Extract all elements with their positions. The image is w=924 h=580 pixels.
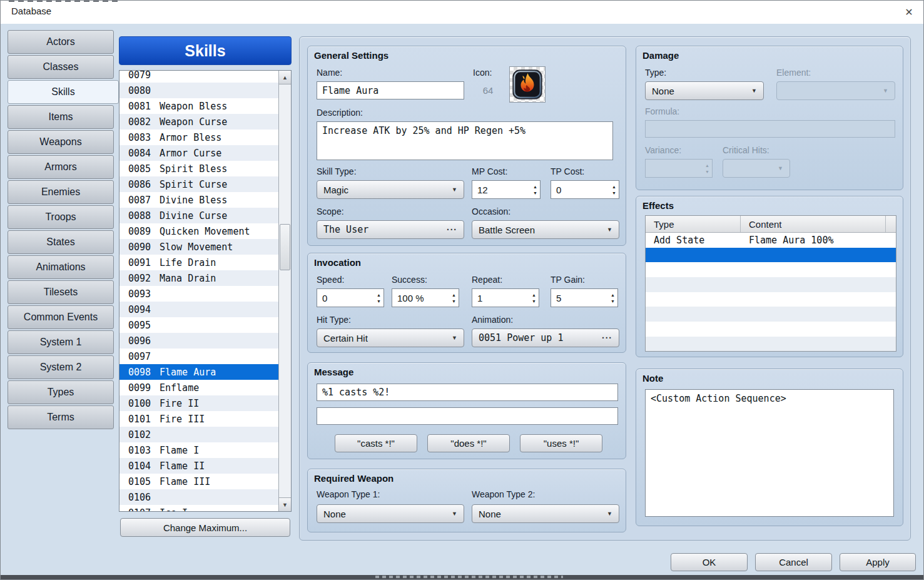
skill-list-item[interactable]: 0097 xyxy=(119,349,280,364)
skill-list-item[interactable]: 0092Mana Drain xyxy=(119,270,280,286)
skill-list-item[interactable]: 0087Divine Bless xyxy=(119,192,280,208)
skill-list-item[interactable]: 0089Quicken Movement xyxy=(119,223,280,239)
weapon-type-2-dropdown[interactable]: None ▼ xyxy=(472,504,619,523)
skill-editor-frame: General Settings Name: Flame Aura Icon: … xyxy=(299,36,911,541)
speed-spinner[interactable]: 0 ▲▼ xyxy=(317,288,384,307)
animation-label: Animation: xyxy=(472,315,513,325)
message-line1-input[interactable]: %1 casts %2! xyxy=(317,384,618,401)
skill-list-item[interactable]: 0101Fire III xyxy=(119,411,280,427)
sidebar-tab-terms[interactable]: Terms xyxy=(8,405,114,429)
effects-row[interactable] xyxy=(646,262,896,277)
skill-list-item[interactable]: 0085Spirit Bless xyxy=(119,161,280,176)
effects-row[interactable] xyxy=(646,277,896,292)
skill-list-item[interactable]: 0083Armor Bless xyxy=(119,130,280,145)
animation-picker[interactable]: 0051 Power up 1 ··· xyxy=(472,328,619,347)
skill-list-item[interactable]: 0100Fire II xyxy=(119,395,280,411)
skill-list-item[interactable]: 0080 xyxy=(119,83,280,98)
sidebar-tab-system-2[interactable]: System 2 xyxy=(8,355,114,379)
sidebar-tab-skills[interactable]: Skills xyxy=(8,80,119,104)
scroll-down-button[interactable]: ▼ xyxy=(279,497,291,511)
description-input[interactable]: Increase ATK by 25% and HP Regen +5% xyxy=(317,121,613,160)
skill-list-item[interactable]: 0105Flame III xyxy=(119,474,280,489)
scroll-up-button[interactable]: ▲ xyxy=(279,71,291,84)
sidebar-tab-enemies[interactable]: Enemies xyxy=(8,180,114,204)
skill-list[interactable]: 007900800081Weapon Bless0082Weapon Curse… xyxy=(119,70,292,512)
skill-list-item[interactable]: 0093 xyxy=(119,286,280,302)
effects-row[interactable]: Add StateFlame Aura 100% xyxy=(646,233,896,248)
close-button[interactable]: ✕ xyxy=(896,3,921,21)
skill-list-item[interactable]: 0091Life Drain xyxy=(119,255,280,270)
skill-list-item[interactable]: 0079 xyxy=(119,70,280,83)
skill-list-item[interactable]: 0084Armor Curse xyxy=(119,145,280,161)
sidebar-tab-animations[interactable]: Animations xyxy=(8,255,114,279)
repeat-spinner[interactable]: 1 ▲▼ xyxy=(472,288,539,307)
note-textarea[interactable]: <Custom Action Sequence> xyxy=(645,389,894,517)
effects-row[interactable] xyxy=(646,307,896,322)
skill-list-item[interactable]: 0096 xyxy=(119,333,280,349)
does-preset-button[interactable]: "does *!" xyxy=(427,434,510,452)
skill-list-item[interactable]: 0095 xyxy=(119,317,280,333)
success-spinner[interactable]: 100 % ▲▼ xyxy=(392,288,459,307)
skill-list-item[interactable]: 0102 xyxy=(119,427,280,442)
tp-gain-spinner[interactable]: 5 ▲▼ xyxy=(551,288,618,307)
sidebar-tab-tilesets[interactable]: Tilesets xyxy=(8,280,114,304)
sidebar-tab-states[interactable]: States xyxy=(8,230,114,254)
sidebar-tab-armors[interactable]: Armors xyxy=(8,155,114,179)
effects-table[interactable]: Type Content Add StateFlame Aura 100% xyxy=(645,215,896,352)
cancel-button[interactable]: Cancel xyxy=(755,553,832,571)
general-settings-panel: General Settings Name: Flame Aura Icon: … xyxy=(307,46,626,246)
sidebar-tab-classes[interactable]: Classes xyxy=(8,55,114,79)
scrollbar-thumb[interactable] xyxy=(280,224,290,270)
effects-row[interactable] xyxy=(646,248,896,263)
scope-picker[interactable]: The User ··· xyxy=(317,220,464,239)
occasion-dropdown[interactable]: Battle Screen ▼ xyxy=(472,220,619,239)
sidebar-tab-common-events[interactable]: Common Events xyxy=(8,305,114,329)
skill-list-item[interactable]: 0107Ice I xyxy=(119,505,280,512)
skill-list-item[interactable]: 0104Flame II xyxy=(119,458,280,474)
ok-button[interactable]: OK xyxy=(671,553,748,571)
sidebar-tab-troops[interactable]: Troops xyxy=(8,205,114,229)
sidebar-tab-actors[interactable]: Actors xyxy=(8,30,114,54)
skill-list-item[interactable]: 0082Weapon Curse xyxy=(119,114,280,130)
effects-table-header: Type Content xyxy=(646,216,896,233)
skill-list-scrollbar[interactable]: ▲ ▼ xyxy=(278,71,291,511)
skill-list-item[interactable]: 0081Weapon Bless xyxy=(119,98,280,114)
sidebar-tab-types[interactable]: Types xyxy=(8,380,114,404)
skill-list-item[interactable]: 0103Flame I xyxy=(119,442,280,458)
sidebar-tabs: ActorsClassesSkillsItemsWeaponsArmorsEne… xyxy=(8,30,114,430)
sidebar-tab-items[interactable]: Items xyxy=(8,105,114,129)
mp-cost-spinner[interactable]: 12 ▲▼ xyxy=(472,180,541,199)
sidebar-tab-system-1[interactable]: System 1 xyxy=(8,330,114,354)
sidebar-tab-weapons[interactable]: Weapons xyxy=(8,130,114,154)
effects-row[interactable] xyxy=(646,292,896,307)
effects-col-type: Type xyxy=(646,216,741,232)
effects-row[interactable] xyxy=(646,337,896,352)
skill-list-item[interactable]: 0088Divine Curse xyxy=(119,208,280,223)
skill-type-dropdown[interactable]: Magic ▼ xyxy=(317,180,464,199)
change-maximum-button[interactable]: Change Maximum... xyxy=(120,518,290,537)
critical-hits-label: Critical Hits: xyxy=(723,145,769,155)
skill-list-item[interactable]: 0090Slow Movement xyxy=(119,239,280,255)
message-line2-input[interactable] xyxy=(317,407,618,425)
tp-cost-spinner[interactable]: 0 ▲▼ xyxy=(551,180,619,199)
skill-list-item[interactable]: 0099Enflame xyxy=(119,380,280,395)
weapon-type-1-dropdown[interactable]: None ▼ xyxy=(317,504,464,523)
element-dropdown-disabled: ▼ xyxy=(776,81,895,100)
hit-type-dropdown[interactable]: Certain Hit ▼ xyxy=(317,328,464,347)
skill-list-item[interactable]: 0098Flame Aura xyxy=(119,364,280,380)
skill-list-item[interactable]: 0106 xyxy=(119,489,280,505)
icon-picker-button[interactable] xyxy=(509,66,546,103)
uses-preset-button[interactable]: "uses *!" xyxy=(520,434,602,452)
skill-list-item[interactable]: 0094 xyxy=(119,302,280,317)
name-input[interactable]: Flame Aura xyxy=(317,81,464,99)
formula-input-disabled xyxy=(645,120,895,138)
dropdown-arrow-icon: ▼ xyxy=(607,511,612,517)
casts-preset-button[interactable]: "casts *!" xyxy=(335,434,417,452)
skill-list-item[interactable]: 0086Spirit Curse xyxy=(119,176,280,192)
spinner-arrows-icon: ▲▼ xyxy=(611,293,615,303)
effects-row[interactable] xyxy=(646,322,896,337)
damage-type-dropdown[interactable]: None ▼ xyxy=(645,81,764,100)
apply-button[interactable]: Apply xyxy=(840,553,916,571)
element-label: Element: xyxy=(776,68,811,78)
invocation-panel: Invocation Speed: 0 ▲▼ Success: 100 % ▲▼… xyxy=(307,253,626,353)
